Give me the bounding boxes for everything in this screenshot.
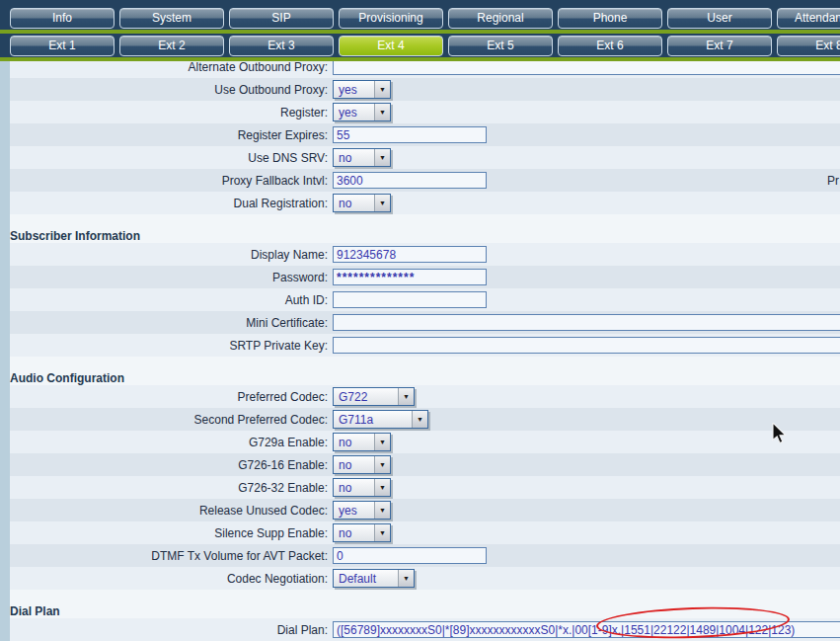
g726-16-enable-selected-value: no	[339, 458, 351, 472]
auth-id-input[interactable]	[333, 291, 487, 308]
dial-plan-input[interactable]	[333, 621, 840, 638]
srtp-private-key-input[interactable]	[333, 337, 840, 354]
dtmf-tx-volume-for-avt-packet-label: DTMF Tx Volume for AVT Packet:	[10, 549, 333, 563]
settings-form-area: Alternate Outbound Proxy:Use Outbound Pr…	[0, 61, 840, 641]
right-column-label-fragment: Pr	[827, 174, 839, 188]
form-row-register: Register:yes▼	[0, 101, 840, 123]
silence-supp-enable-selected-value: no	[339, 526, 351, 540]
use-dns-srv-select[interactable]: no▼	[333, 148, 391, 167]
alternate-outbound-proxy-input[interactable]	[333, 61, 840, 75]
second-preferred-codec-label: Second Preferred Codec:	[10, 413, 333, 427]
ext-tab-bar: Ext 1Ext 2Ext 3Ext 4Ext 5Ext 6Ext 7Ext 8	[0, 34, 840, 57]
form-row-srtp-private-key: SRTP Private Key:	[0, 334, 840, 357]
register-expires-label: Register Expires:	[10, 128, 333, 142]
tab-regional[interactable]: Regional	[448, 8, 553, 29]
form-rows: Alternate Outbound Proxy:Use Outbound Pr…	[0, 61, 840, 641]
release-unused-codec-label: Release Unused Codec:	[10, 504, 333, 518]
form-row-password: Password:	[0, 266, 840, 288]
mini-certificate-input[interactable]	[333, 314, 840, 331]
form-row-alternate-outbound-proxy: Alternate Outbound Proxy:	[0, 61, 840, 78]
dropdown-arrow-icon: ▼	[374, 195, 390, 211]
g729a-enable-label: G729a Enable:	[10, 436, 333, 449]
form-row-use-dns-srv: Use DNS SRV:no▼	[0, 146, 840, 169]
g726-32-enable-selected-value: no	[339, 481, 351, 495]
tab-ext-5[interactable]: Ext 5	[448, 36, 553, 56]
g729a-enable-selected-value: no	[339, 436, 351, 449]
form-row-release-unused-codec: Release Unused Codec:yes▼	[0, 499, 840, 521]
second-preferred-codec-select[interactable]: G711a▼	[333, 410, 428, 429]
codec-negotiation-label: Codec Negotiation:	[10, 572, 333, 586]
dial-plan-label: Dial Plan:	[10, 623, 333, 637]
tab-ext-8[interactable]: Ext 8	[777, 36, 840, 56]
g726-16-enable-select[interactable]: no▼	[333, 455, 391, 474]
form-row-mini-certificate: Mini Certificate:	[0, 311, 840, 334]
tab-provisioning[interactable]: Provisioning	[339, 8, 443, 29]
g726-32-enable-label: G726-32 Enable:	[10, 481, 333, 495]
release-unused-codec-select[interactable]: yes▼	[333, 501, 391, 520]
section-spacer	[0, 357, 840, 370]
g729a-enable-select[interactable]: no▼	[333, 433, 391, 451]
use-dns-srv-selected-value: no	[339, 151, 351, 165]
form-row-g726-32-enable: G726-32 Enable:no▼	[0, 476, 840, 499]
tab-phone[interactable]: Phone	[558, 8, 662, 29]
preferred-codec-select[interactable]: G722▼	[333, 387, 415, 406]
dtmf-tx-volume-for-avt-packet-input[interactable]	[333, 547, 487, 564]
form-row-silence-supp-enable: Silence Supp Enable:no▼	[0, 521, 840, 544]
second-preferred-codec-selected-value: G711a	[339, 413, 373, 427]
display-name-label: Display Name:	[10, 248, 333, 262]
preferred-codec-label: Preferred Codec:	[10, 390, 333, 404]
tab-sip[interactable]: SIP	[229, 8, 334, 29]
tab-attendant-co[interactable]: Attendant Co	[777, 8, 840, 29]
dropdown-arrow-icon: ▼	[398, 570, 414, 587]
dropdown-arrow-icon: ▼	[398, 388, 414, 405]
section-spacer	[0, 214, 840, 228]
form-row-g726-16-enable: G726-16 Enable:no▼	[0, 453, 840, 476]
tab-info[interactable]: Info	[10, 8, 115, 29]
section-header-audio-configuration: Audio Configuration	[0, 370, 840, 385]
codec-negotiation-selected-value: Default	[339, 572, 376, 586]
tab-ext-7[interactable]: Ext 7	[667, 36, 772, 56]
silence-supp-enable-label: Silence Supp Enable:	[10, 526, 333, 540]
tab-ext-3[interactable]: Ext 3	[229, 36, 334, 56]
main-tab-bar: InfoSystemSIPProvisioningRegionalPhoneUs…	[0, 6, 840, 30]
form-row-preferred-codec: Preferred Codec:G722▼	[0, 385, 840, 408]
password-input[interactable]	[333, 269, 487, 285]
dual-registration-select[interactable]: no▼	[333, 194, 391, 212]
use-outbound-proxy-select[interactable]: yes▼	[333, 80, 391, 99]
dropdown-arrow-icon: ▼	[374, 502, 390, 519]
form-row-proxy-fallback-intvl: Proxy Fallback Intvl:Pr	[0, 169, 840, 192]
register-selected-value: yes	[339, 106, 357, 120]
dropdown-arrow-icon: ▼	[374, 479, 390, 496]
display-name-input[interactable]	[333, 246, 487, 263]
left-margin-strip	[0, 61, 10, 641]
tab-system[interactable]: System	[119, 8, 224, 29]
dropdown-arrow-icon: ▼	[374, 434, 390, 450]
tab-ext-1[interactable]: Ext 1	[10, 36, 115, 56]
form-row-dial-plan: Dial Plan:	[0, 618, 840, 641]
g726-32-enable-select[interactable]: no▼	[333, 478, 391, 497]
register-expires-input[interactable]	[333, 126, 487, 143]
dropdown-arrow-icon: ▼	[374, 104, 390, 120]
section-header-subscriber-information: Subscriber Information	[0, 228, 840, 243]
silence-supp-enable-select[interactable]: no▼	[333, 523, 391, 542]
auth-id-label: Auth ID:	[10, 293, 333, 307]
form-row-codec-negotiation: Codec Negotiation:Default▼	[0, 567, 840, 590]
tab-ext-2[interactable]: Ext 2	[119, 36, 224, 56]
register-select[interactable]: yes▼	[333, 103, 391, 121]
codec-negotiation-select[interactable]: Default▼	[333, 569, 415, 588]
use-outbound-proxy-selected-value: yes	[339, 83, 357, 97]
form-row-display-name: Display Name:	[0, 243, 840, 266]
section-spacer	[0, 590, 840, 603]
phone-adapter-config-page: InfoSystemSIPProvisioningRegionalPhoneUs…	[0, 0, 840, 641]
form-row-dtmf-tx-volume-for-avt-packet: DTMF Tx Volume for AVT Packet:	[0, 544, 840, 567]
dropdown-arrow-icon: ▼	[412, 411, 427, 428]
section-header-label: Subscriber Information	[10, 229, 140, 243]
tab-ext-4[interactable]: Ext 4	[339, 36, 443, 56]
section-header-label: Audio Configuration	[10, 371, 124, 385]
dual-registration-label: Dual Registration:	[10, 197, 333, 210]
form-row-register-expires: Register Expires:	[0, 123, 840, 146]
proxy-fallback-intvl-input[interactable]	[333, 172, 487, 189]
tab-ext-6[interactable]: Ext 6	[558, 36, 662, 56]
alternate-outbound-proxy-label: Alternate Outbound Proxy:	[10, 61, 333, 74]
tab-user[interactable]: User	[667, 8, 772, 29]
